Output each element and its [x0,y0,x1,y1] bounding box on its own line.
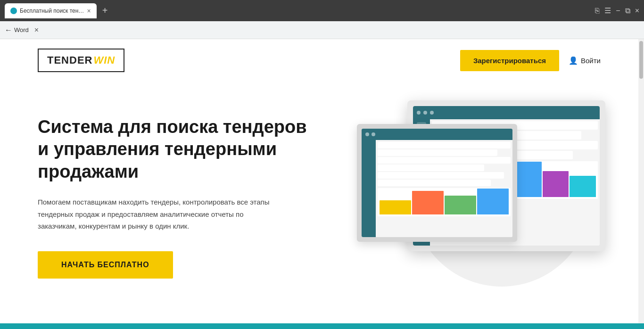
bookmark-icon[interactable]: ⎘ [595,7,600,15]
laptop-content [376,140,512,237]
laptop-topbar [362,129,512,140]
lc-bar-2 [412,191,444,214]
hero-section: Система для поиска тендеров и управления… [0,82,638,308]
browser-controls: ⎘ ☰ − ⧉ × [595,6,639,15]
maximize-icon[interactable]: ⧉ [625,7,630,15]
logo-win: WIN [93,54,115,66]
lc-bar-4 [477,189,509,214]
tab-title: Бесплатный поиск тен… [20,8,84,14]
lc-row-4 [378,164,484,171]
chart-bar-4 [515,162,542,197]
cta-button[interactable]: НАЧАТЬ БЕСПЛАТНО [38,251,173,279]
close-word-button[interactable]: × [34,26,39,34]
laptop-dot-2 [372,132,375,136]
site-header: TENDER WIN Зарегистрироваться 👤 Войти [0,39,638,82]
laptop-chart [378,188,511,216]
register-button[interactable]: Зарегистрироваться [460,50,559,71]
user-icon: 👤 [569,56,578,65]
page-wrapper: TENDER WIN Зарегистрироваться 👤 Войти Си… [0,39,644,329]
lc-row-1 [378,142,511,148]
address-bar-row: ← Word × [0,21,644,39]
logo-tender: TENDER [47,54,92,66]
lc-row-2 [378,149,497,156]
lc-bar-1 [380,200,411,214]
new-tab-button[interactable]: + [99,4,112,17]
scrollbar-thumb[interactable] [639,41,643,79]
laptop-dot-1 [365,132,369,136]
back-label: Word [14,26,29,33]
back-arrow-icon: ← [5,26,12,34]
logo: TENDER WIN [38,49,124,72]
tab-bar: Бесплатный поиск тен… × + [5,3,591,18]
monitor-topbar [413,106,600,119]
hero-description: Помогаем поставщикам находить тендеры, к… [38,196,283,232]
monitor-dot-3 [430,111,434,115]
hero-title: Система для поиска тендеров и управления… [38,116,319,183]
tab-favicon [10,8,17,14]
chart-bar-6 [570,176,596,197]
laptop-body [362,140,512,237]
browser-chrome: Бесплатный поиск тен… × + ⎘ ☰ − ⧉ × [0,0,644,21]
menu-icon[interactable]: ☰ [604,6,611,15]
hero-right [319,96,601,298]
lc-row-5 [378,172,504,179]
close-browser-icon[interactable]: × [635,7,639,15]
laptop-sidebar [362,140,376,237]
laptop-inner [362,129,512,237]
login-label: Войти [581,57,601,65]
minimize-icon[interactable]: − [616,7,620,15]
hero-left: Система для поиска тендеров и управления… [38,116,319,279]
laptop-mockup [357,124,517,242]
tab-close-icon[interactable]: × [87,8,91,14]
monitor-dot-1 [417,111,421,115]
active-tab[interactable]: Бесплатный поиск тен… × [5,3,97,18]
lc-row-6 [378,180,491,186]
lc-row-3 [378,157,511,164]
monitor-dot-2 [423,111,427,115]
header-actions: Зарегистрироваться 👤 Войти [460,50,601,71]
page-content: TENDER WIN Зарегистрироваться 👤 Войти Си… [0,39,638,329]
scrollbar[interactable] [638,39,644,329]
lc-bar-3 [445,196,476,214]
chart-bar-5 [543,171,569,197]
login-button[interactable]: 👤 Войти [569,56,601,65]
back-button[interactable]: ← Word [5,26,29,34]
footer-bar [0,323,644,329]
